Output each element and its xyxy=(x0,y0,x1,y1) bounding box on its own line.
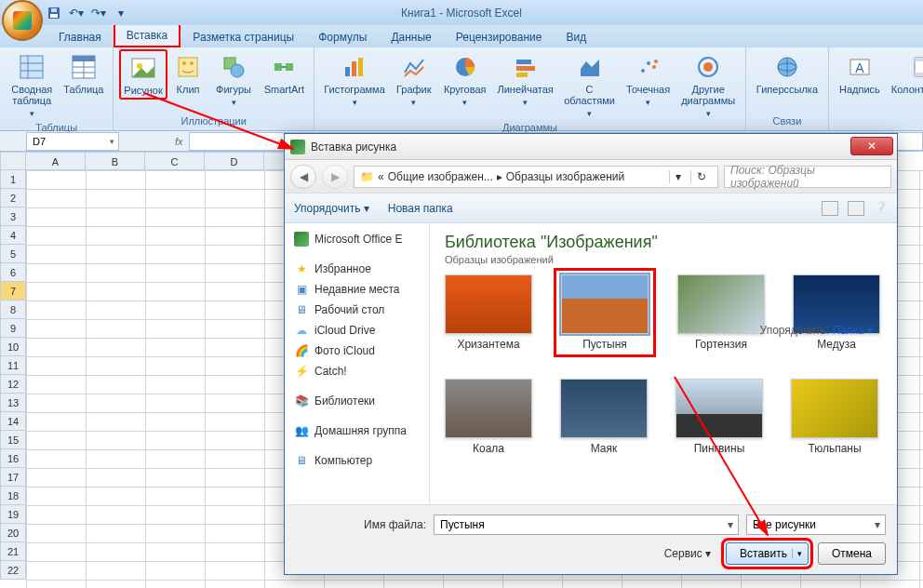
thumbnail-item[interactable]: Хризантема xyxy=(445,274,532,351)
hyperlink-button[interactable]: Гиперссылка xyxy=(752,49,823,98)
qat-dropdown-icon[interactable]: ▾ xyxy=(112,4,130,22)
column-chart-button[interactable]: Гистограмма xyxy=(320,49,389,111)
row-header[interactable]: 7 xyxy=(0,282,26,301)
help-icon[interactable]: ❔ xyxy=(874,201,888,216)
col-header[interactable]: A xyxy=(26,152,86,170)
thumbnail-item[interactable]: Коала xyxy=(445,379,532,455)
insert-button[interactable]: Вставить xyxy=(726,542,809,565)
textbox-button[interactable]: A Надпись xyxy=(835,49,885,98)
chevron-down-icon[interactable]: ▾ xyxy=(669,170,687,183)
row-header[interactable]: 9 xyxy=(0,319,26,338)
forward-button[interactable]: ▶ xyxy=(322,165,348,189)
tab-home[interactable]: Главная xyxy=(47,26,114,47)
pie-chart-button[interactable]: Круговая xyxy=(438,49,490,111)
refresh-icon[interactable]: ↻ xyxy=(690,170,712,183)
row-header[interactable]: 1 xyxy=(0,170,26,189)
tab-review[interactable]: Рецензирование xyxy=(444,26,555,47)
undo-icon[interactable]: ↶▾ xyxy=(67,4,86,22)
svg-point-31 xyxy=(652,65,656,69)
row-header[interactable]: 16 xyxy=(0,449,26,468)
redo-icon[interactable]: ↷▾ xyxy=(89,4,108,22)
sidebar-item-libraries[interactable]: 📚Библиотеки xyxy=(285,391,429,411)
tab-page-layout[interactable]: Разметка страницы xyxy=(181,26,306,47)
dialog-footer: Имя файла: Пустыня Все рисунки Сервис ▾ … xyxy=(285,504,897,574)
row-header[interactable]: 18 xyxy=(0,487,26,505)
tab-formulas[interactable]: Формулы xyxy=(306,26,379,47)
name-box[interactable]: D7 xyxy=(26,132,119,151)
row-header[interactable]: 10 xyxy=(0,338,26,356)
fx-label[interactable]: fx xyxy=(175,136,183,147)
bar-chart-button[interactable]: Линейчатая xyxy=(493,49,557,111)
row-header[interactable]: 19 xyxy=(0,505,26,524)
row-header[interactable]: 21 xyxy=(0,542,26,561)
area-chart-button[interactable]: С областями xyxy=(559,49,619,122)
sidebar-item-photo[interactable]: 🌈Фото iCloud xyxy=(285,341,429,361)
sidebar-item-icloud[interactable]: ☁iCloud Drive xyxy=(285,320,429,341)
row-header[interactable]: 3 xyxy=(0,207,26,226)
sidebar-item-catch[interactable]: ⚡Catch! xyxy=(285,361,429,381)
tab-insert[interactable]: Вставка xyxy=(114,23,181,47)
service-menu[interactable]: Сервис ▾ xyxy=(664,547,711,560)
svg-rect-22 xyxy=(352,61,356,76)
thumbnail-item[interactable]: Маяк xyxy=(560,379,648,455)
tab-data[interactable]: Данные xyxy=(379,26,443,47)
row-header[interactable]: 6 xyxy=(0,263,26,282)
dialog-main: Библиотека "Изображения" Образцы изображ… xyxy=(430,223,897,504)
pivot-table-button[interactable]: Сводная таблица xyxy=(6,49,59,122)
row-header[interactable]: 14 xyxy=(0,412,26,431)
smartart-button[interactable]: SmartArt xyxy=(261,49,308,98)
close-button[interactable]: ✕ xyxy=(850,137,893,155)
picture-button[interactable]: Рисунок xyxy=(119,49,167,100)
sidebar-item-favorites[interactable]: ★Избранное xyxy=(285,259,429,279)
thumbnail-item[interactable]: Пустыня xyxy=(554,268,656,357)
thumbnail-item[interactable]: Тюльпаны xyxy=(791,379,878,455)
search-input[interactable]: Поиск: Образцы изображений xyxy=(724,166,891,188)
row-header[interactable]: 8 xyxy=(0,301,26,319)
scatter-chart-button[interactable]: Точечная xyxy=(622,49,676,111)
sidebar-item-office[interactable]: Microsoft Office E xyxy=(285,229,429,249)
sort-link[interactable]: Папка ▾ xyxy=(833,324,873,337)
col-header[interactable]: B xyxy=(86,152,145,170)
thumbnail-item[interactable]: Пингвины xyxy=(676,379,763,455)
view-icon[interactable] xyxy=(822,201,838,216)
row-header[interactable]: 5 xyxy=(0,245,26,263)
sidebar-item-homegroup[interactable]: 👥Домашняя группа xyxy=(285,421,429,441)
row-header[interactable]: 4 xyxy=(0,226,26,245)
back-button[interactable]: ◀ xyxy=(290,165,316,189)
breadcrumb[interactable]: 📁 « Общие изображен... ▸ Образцы изображ… xyxy=(354,166,718,188)
row-header[interactable]: 15 xyxy=(0,431,26,449)
sidebar-item-computer[interactable]: 🖥Компьютер xyxy=(285,450,429,471)
group-illustrations: Рисунок Клип Фигуры SmartArt Иллюстрации xyxy=(114,47,314,130)
row-header[interactable]: 22 xyxy=(0,561,26,580)
filetype-dropdown[interactable]: Все рисунки xyxy=(746,514,886,535)
thumbnail-item[interactable]: Гортензия xyxy=(677,274,765,351)
sidebar-item-recent[interactable]: ▣Недавние места xyxy=(285,279,429,300)
table-button[interactable]: Таблица xyxy=(60,49,108,98)
shapes-button[interactable]: Фигуры xyxy=(208,49,258,111)
clip-button[interactable]: Клип xyxy=(169,49,207,98)
filename-input[interactable]: Пустыня xyxy=(434,514,739,535)
line-chart-button[interactable]: График xyxy=(391,49,436,111)
row-header[interactable]: 2 xyxy=(0,189,26,207)
row-header[interactable]: 13 xyxy=(0,394,26,412)
col-header[interactable]: C xyxy=(145,152,205,170)
office-button[interactable] xyxy=(2,0,43,41)
tab-view[interactable]: Вид xyxy=(554,26,598,47)
organize-menu[interactable]: Упорядочить ▾ xyxy=(294,202,369,215)
sidebar-item-desktop[interactable]: 🖥Рабочий стол xyxy=(285,300,429,320)
select-all-corner[interactable] xyxy=(0,152,26,170)
new-folder-button[interactable]: Новая папка xyxy=(388,202,453,215)
row-header[interactable]: 17 xyxy=(0,468,26,487)
cancel-button[interactable]: Отмена xyxy=(818,542,886,565)
row-header[interactable]: 12 xyxy=(0,375,26,394)
save-icon[interactable] xyxy=(45,4,63,22)
folder-icon: 📁 xyxy=(360,170,374,183)
thumbnail-item[interactable]: Медуза xyxy=(793,274,880,351)
col-header[interactable]: D xyxy=(205,152,264,170)
other-charts-button[interactable]: Другие диаграммы xyxy=(677,49,740,122)
preview-icon[interactable] xyxy=(848,201,864,216)
row-header[interactable]: 20 xyxy=(0,524,26,542)
header-footer-button[interactable]: Колонтитулы xyxy=(887,49,923,98)
row-header[interactable]: 11 xyxy=(0,356,26,375)
thumbnail-label: Гортензия xyxy=(695,338,747,351)
